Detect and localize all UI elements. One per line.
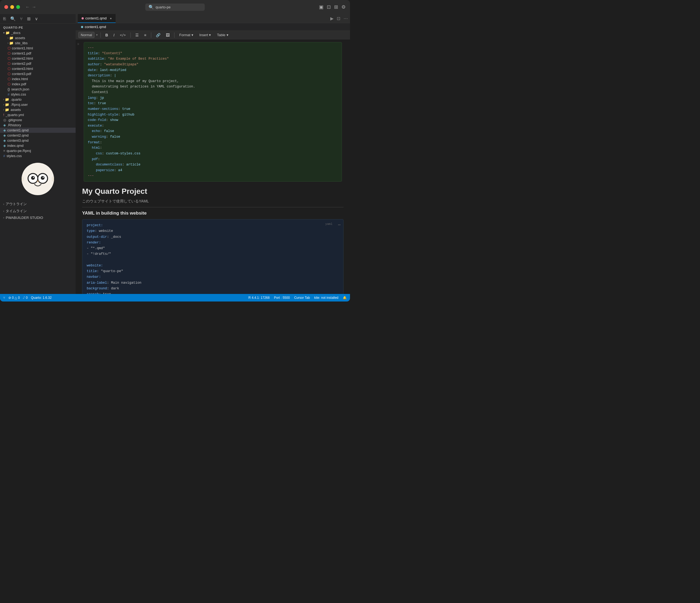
sidebar-item-content1html[interactable]: ⬡ content1.html	[0, 46, 76, 51]
search-icon[interactable]: 🔍	[10, 16, 16, 21]
copy-icon[interactable]: ⎘	[3, 17, 6, 21]
git-icon[interactable]: ⑂	[20, 17, 23, 21]
back-arrow-icon[interactable]: ←	[25, 5, 30, 9]
sidebar-item-indexqmd[interactable]: ◈ index.qmd	[0, 143, 76, 148]
editor-tabs: content1.qmd ● ▶ ⊡ ⋯	[76, 14, 350, 23]
search-input[interactable]	[155, 5, 199, 9]
sidebar-item-rproj-user[interactable]: › 📁 .Rproj.user	[0, 102, 76, 107]
tab-content1qmd-main[interactable]: content1.qmd ●	[78, 14, 116, 23]
address-bar[interactable]: 🔍	[145, 3, 205, 11]
run-icon[interactable]: ▶	[330, 16, 333, 21]
yaml-code[interactable]: --- title: "Content1" subtitle: "An Exam…	[84, 42, 342, 182]
sidebar-item-gitignore[interactable]: ◎ .gitignore	[0, 117, 76, 123]
split-editor-icon[interactable]: ⊡	[337, 16, 340, 21]
sidebar-item-content3qmd[interactable]: ◈ content3.qmd	[0, 138, 76, 143]
gutter-icon: ≡	[77, 42, 79, 46]
code-block-more-icon[interactable]: ⋯	[338, 221, 341, 229]
sidebar-bottom-items: › アウトライン › タイムライン › PWABUILDER STUDIO	[0, 200, 76, 222]
yaml-line-16: echo: false	[88, 129, 338, 134]
status-kite[interactable]: kite: not installed	[314, 296, 339, 299]
table-dropdown[interactable]: Table ▾	[215, 32, 230, 38]
chevron-down-icon[interactable]: ∨	[35, 16, 38, 21]
yaml-line-7: This is the main page of my Quarto proje…	[88, 79, 338, 84]
preview-area: My Quarto Project このウェブサイトで使用しているYAML YA…	[76, 182, 350, 302]
code-line-4: render:	[87, 240, 339, 246]
yaml-line-18: format:	[88, 140, 338, 146]
yaml-line-24: ---	[88, 173, 338, 179]
sidebar-toolbar: ⎘ 🔍 ⑂ ⊞ ∨	[0, 14, 76, 24]
maximize-button[interactable]	[16, 5, 20, 9]
toolbar-separator-2	[130, 32, 131, 38]
sidebar-item-rproj[interactable]: ≡ quarto-pe.Rproj	[0, 148, 76, 153]
status-r-version[interactable]: R 4.4.1: 17268	[248, 296, 270, 299]
close-button[interactable]	[4, 5, 8, 9]
sidebar-item-pwabuilder[interactable]: › PWABUILDER STUDIO	[0, 215, 76, 221]
sidebar-item-sitelibs[interactable]: › 📁 site_libs	[0, 41, 76, 46]
sidebar-item-content3html[interactable]: ⬡ content3.html	[0, 66, 76, 71]
tab-modified-dot	[81, 17, 84, 20]
panel-icon[interactable]: ▣	[319, 4, 324, 10]
sidebar-item-content2html[interactable]: ⬡ content2.html	[0, 56, 76, 61]
more-actions-icon[interactable]: ⋯	[344, 16, 348, 21]
unordered-list-button[interactable]: ☰	[133, 32, 141, 38]
editor-content[interactable]: ≡ --- title: "Content1" subtitle: "An Ex…	[76, 40, 350, 302]
sidebar-item-content1qmd[interactable]: ◈ content1.qmd	[0, 128, 76, 133]
yaml-line-12: number-sections: true	[88, 106, 338, 112]
sidebar-item-indexhtml[interactable]: ⬡ index.html	[0, 76, 76, 81]
yaml-line-21: pdf:	[88, 157, 338, 162]
sidebar-item-content1pdf[interactable]: ⬡ content1.pdf	[0, 51, 76, 56]
sidebar-item-quartoyml[interactable]: ! _quarto.yml	[0, 112, 76, 117]
status-cursor-mode[interactable]: Cursor Tab	[294, 296, 310, 299]
yaml-line-11: toc: true	[88, 101, 338, 106]
sidebar-item-indexpdf[interactable]: ⬡ index.pdf	[0, 81, 76, 87]
tab-close-icon[interactable]: ●	[110, 17, 112, 20]
yaml-line-13: highlight-style: github	[88, 112, 338, 118]
italic-button[interactable]: I	[111, 32, 117, 38]
editor-tab-actions: ▶ ⊡ ⋯	[330, 16, 348, 21]
code-line-9: navbar:	[87, 274, 339, 280]
sidebar-item-outline[interactable]: › アウトライン	[0, 201, 76, 208]
sidebar-item-stylescss2[interactable]: # styles.css	[0, 153, 76, 158]
sidebar-item-quarto[interactable]: › 📁 .quarto	[0, 97, 76, 102]
sidebar-item-stylescss1[interactable]: # styles.css	[0, 92, 76, 97]
sidebar-item-assets2[interactable]: › 📁 assets	[0, 107, 76, 112]
style-dropdown-arrow: ▾	[96, 33, 98, 37]
code-button[interactable]: </>	[118, 32, 128, 38]
yaml-line-10: lang: jp	[88, 95, 338, 101]
bold-button[interactable]: B	[103, 32, 110, 38]
link-button[interactable]: 🔗	[154, 32, 162, 38]
sidebar-item-docs[interactable]: ▾ 📁 _docs	[0, 30, 76, 35]
toolbar-separator-3	[151, 32, 151, 38]
code-line-1: project:	[87, 223, 339, 228]
yaml-line-3: subtitle: "An Example of Best Practices"	[88, 56, 338, 62]
sidebar-item-content2pdf[interactable]: ⬡ content2.pdf	[0, 61, 76, 66]
status-port[interactable]: Port : 5500	[274, 296, 290, 299]
image-button[interactable]: 🖼	[164, 32, 172, 38]
sidebar-item-assets1[interactable]: › 📁 assets	[0, 35, 76, 41]
yaml-line-8: demonstrating best practices in YAML con…	[88, 84, 338, 89]
sidebar-item-timeline[interactable]: › タイムライン	[0, 208, 76, 215]
settings-icon[interactable]: ⚙	[341, 4, 346, 10]
style-dropdown[interactable]: Normal	[78, 32, 95, 38]
yaml-code-block[interactable]: yaml ⋯ project: type: website output-dir…	[82, 219, 344, 302]
split-icon[interactable]: ⊡	[327, 4, 331, 10]
sidebar-item-content3pdf[interactable]: ⬡ content3.pdf	[0, 71, 76, 76]
layout-icon[interactable]: ⊞	[27, 16, 30, 21]
layout-icon[interactable]: ⊞	[334, 4, 338, 10]
minimize-button[interactable]	[10, 5, 14, 9]
yaml-line-1: ---	[88, 45, 338, 51]
format-dropdown[interactable]: Format ▾	[177, 32, 196, 38]
sidebar-item-rhistory[interactable]: ◈ .Rhistory	[0, 123, 76, 128]
window-right-icons: ▣ ⊡ ⊞ ⚙	[319, 4, 346, 10]
project-label: QUARTO-PE	[0, 24, 76, 30]
yaml-line-23: papersize: a4	[88, 167, 338, 173]
status-bell-icon[interactable]: 🔔	[343, 296, 347, 299]
status-right: R 4.4.1: 17268 Port : 5500 Cursor Tab ki…	[248, 296, 347, 299]
sub-tab-content1qmd[interactable]: content1.qmd	[78, 23, 109, 30]
ordered-list-button[interactable]: ≡	[142, 32, 148, 38]
sidebar-item-searchjson[interactable]: {} search.json	[0, 87, 76, 92]
insert-dropdown[interactable]: Insert ▾	[197, 32, 214, 38]
code-line-2: type: website	[87, 228, 339, 234]
forward-arrow-icon[interactable]: →	[32, 5, 36, 9]
sidebar-item-content2qmd[interactable]: ◈ content2.qmd	[0, 133, 76, 138]
